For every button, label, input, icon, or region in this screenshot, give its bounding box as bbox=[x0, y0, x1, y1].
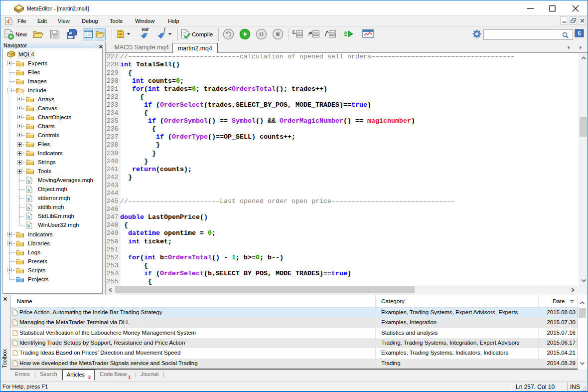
svg-text:h: h bbox=[27, 223, 30, 228]
svg-text:4: 4 bbox=[6, 18, 10, 24]
svg-text:$: $ bbox=[12, 51, 14, 56]
svg-text:h: h bbox=[27, 187, 30, 192]
svg-text:h: h bbox=[27, 205, 30, 210]
svg-text:h: h bbox=[27, 178, 30, 183]
svg-text:h: h bbox=[27, 196, 30, 201]
svg-text:h: h bbox=[27, 214, 30, 219]
